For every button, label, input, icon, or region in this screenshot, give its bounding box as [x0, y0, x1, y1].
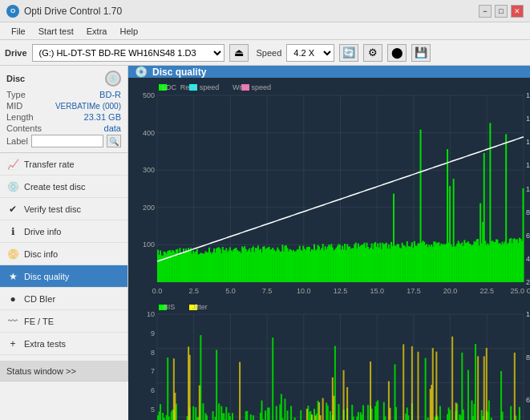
menubar: File Start test Extra Help — [0, 22, 530, 40]
menu-start-test[interactable]: Start test — [32, 25, 80, 38]
sidebar-label-create-test-disc: Create test disc — [24, 182, 85, 192]
disc-panel: Disc 💿 Type BD-R MID VERBATIMe (000) Len… — [0, 66, 127, 153]
sidebar-label-extra-tests: Extra tests — [24, 339, 66, 349]
mid-label: MID — [6, 101, 22, 111]
type-label: Type — [6, 90, 26, 99]
minimize-button[interactable]: − — [479, 5, 492, 18]
cd-bier-icon: ● — [6, 293, 19, 305]
maximize-button[interactable]: □ — [495, 5, 508, 18]
record-button[interactable]: ⬤ — [387, 44, 407, 62]
sidebar-label-cd-bier: CD BIer — [24, 294, 55, 304]
sidebar-item-cd-bier[interactable]: ● CD BIer — [0, 288, 127, 310]
sidebar: Disc 💿 Type BD-R MID VERBATIMe (000) Len… — [0, 66, 128, 382]
app-title: Opti Drive Control 1.70 — [24, 6, 479, 17]
sidebar-item-fe-te[interactable]: 〰 FE / TE — [0, 310, 127, 333]
sidebar-label-disc-quality: Disc quality — [24, 272, 69, 281]
length-label: Length — [6, 112, 34, 122]
speed-label: Speed — [257, 48, 282, 58]
sidebar-label-transfer-rate: Transfer rate — [24, 160, 75, 169]
menu-help[interactable]: Help — [113, 25, 144, 38]
type-value: BD-R — [99, 90, 121, 99]
disc-label-input[interactable] — [31, 135, 103, 147]
fe-te-icon: 〰 — [6, 315, 19, 328]
sidebar-item-verify-test-disc[interactable]: ✔ Verify test disc — [0, 198, 127, 220]
sidebar-label-verify-test-disc: Verify test disc — [24, 204, 81, 214]
sidebar-item-disc-quality[interactable]: ★ Disc quality — [0, 265, 127, 288]
create-test-disc-icon: 💿 — [6, 180, 19, 193]
disc-icon: 💿 — [105, 71, 121, 87]
extra-tests-icon: + — [6, 337, 19, 350]
disc-info-icon: 📀 — [6, 248, 19, 260]
drive-select[interactable]: (G:) HL-DT-ST BD-RE WH16NS48 1.D3 — [32, 44, 225, 62]
disc-section-label: Disc — [6, 74, 25, 83]
drivebar: Drive (G:) HL-DT-ST BD-RE WH16NS48 1.D3 … — [0, 40, 530, 66]
dq-icon: 💿 — [135, 66, 148, 78]
drive-label: Drive — [5, 48, 27, 58]
ldc-chart — [128, 78, 530, 298]
disc-quality-icon: ★ — [6, 270, 19, 283]
disc-label-button[interactable]: 🔍 — [107, 135, 121, 147]
sidebar-item-drive-info[interactable]: ℹ Drive info — [0, 220, 127, 243]
contents-value: data — [104, 123, 121, 133]
menu-extra[interactable]: Extra — [80, 25, 114, 38]
close-button[interactable]: ✕ — [511, 5, 524, 18]
status-window-button[interactable]: Status window >> — [0, 361, 127, 382]
sidebar-item-extra-tests[interactable]: + Extra tests — [0, 333, 127, 355]
sidebar-label-drive-info: Drive info — [24, 227, 61, 236]
sidebar-item-transfer-rate[interactable]: 📈 Transfer rate — [0, 153, 127, 176]
window-controls: − □ ✕ — [479, 5, 524, 18]
content-area: 💿 Disc quality LDC BIS Ji — [128, 66, 530, 382]
disc-quality-title: Disc quality — [152, 67, 206, 78]
speed-select[interactable]: 4.2 X — [286, 44, 334, 62]
eject-button[interactable]: ⏏ — [229, 44, 249, 62]
charts-container — [128, 78, 530, 420]
refresh-button[interactable]: 🔄 — [339, 44, 358, 62]
menu-file[interactable]: File — [5, 25, 32, 38]
disc-quality-header: 💿 Disc quality — [128, 66, 530, 78]
sidebar-label-fe-te: FE / TE — [24, 317, 54, 326]
mid-value: VERBATIMe (000) — [55, 102, 121, 111]
bis-jitter-chart — [128, 298, 530, 420]
sidebar-label-disc-info: Disc info — [24, 249, 58, 259]
length-value: 23.31 GB — [84, 112, 121, 122]
sidebar-item-create-test-disc[interactable]: 💿 Create test disc — [0, 176, 127, 198]
drive-info-icon: ℹ — [6, 225, 19, 238]
main-layout: Disc 💿 Type BD-R MID VERBATIMe (000) Len… — [0, 66, 530, 382]
verify-test-disc-icon: ✔ — [6, 203, 19, 216]
titlebar: O Opti Drive Control 1.70 − □ ✕ — [0, 0, 530, 22]
transfer-rate-icon: 📈 — [6, 158, 19, 171]
contents-label: Contents — [6, 123, 42, 133]
disc-label-key: Label — [6, 136, 28, 146]
status-window-label: Status window >> — [6, 366, 76, 376]
save-button[interactable]: 💾 — [411, 44, 431, 62]
app-icon: O — [6, 5, 19, 18]
sidebar-item-disc-info[interactable]: 📀 Disc info — [0, 243, 127, 265]
settings-button[interactable]: ⚙ — [363, 44, 382, 62]
